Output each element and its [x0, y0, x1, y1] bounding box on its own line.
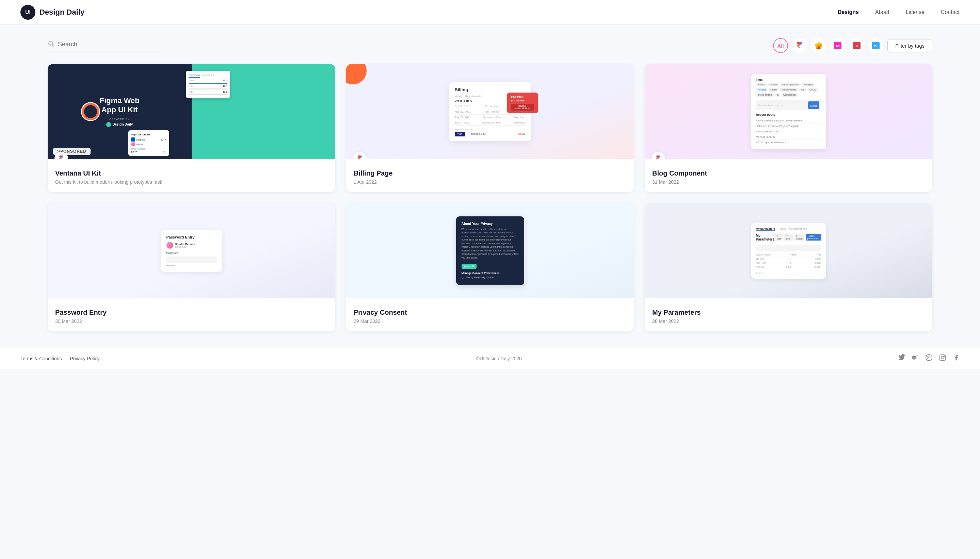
nav-license[interactable]: License: [906, 9, 925, 15]
footer-links: Terms & Conditions Privacy Policy: [20, 356, 100, 361]
footer-copyright: ©UIDesignDaily 2020: [476, 356, 522, 361]
card-privacy-body: Privacy Consent 29 Mar 2022: [346, 298, 634, 331]
card-billing-date: 1 Apr 2022: [354, 179, 626, 185]
filter-all-button[interactable]: All: [773, 38, 788, 53]
card-privacy-image: About Your Privacy We process your data …: [346, 203, 634, 298]
filter-red-button[interactable]: A: [849, 38, 864, 53]
main-nav: Designs About License Contact: [838, 9, 960, 15]
facebook-icon[interactable]: [953, 354, 960, 363]
nav-about[interactable]: About: [875, 9, 889, 15]
card-ventana[interactable]: Figma WebApp UI Kit CREATED BY Design Da…: [48, 64, 335, 192]
filter-figma-button[interactable]: [792, 38, 807, 53]
card-parameters-date: 28 Mar 2022: [652, 318, 925, 324]
footer: Terms & Conditions Privacy Policy ©UIDes…: [0, 348, 980, 369]
card-parameters-body: My Parameters 28 Mar 2022: [645, 298, 932, 331]
card-blog-tool-icon: [652, 152, 665, 159]
svg-point-18: [944, 356, 945, 357]
blog-mockup: Tags access browse canvas platform Hubsp…: [751, 74, 826, 149]
behance-icon[interactable]: [912, 354, 919, 363]
nav-contact[interactable]: Contact: [941, 9, 960, 15]
card-parameters-image: My parameters Public Configurations My P…: [645, 203, 932, 298]
svg-text:A: A: [856, 44, 858, 48]
footer-social: [898, 354, 960, 363]
search-input[interactable]: [58, 41, 163, 48]
card-billing-image: Billing Manage billing information Order…: [346, 64, 634, 159]
password-mockup: Password Entry Sandra Bennett Sarah Bits…: [161, 230, 222, 272]
card-password[interactable]: Password Entry Sandra Bennett Sarah Bits…: [48, 203, 335, 331]
card-ventana-subtitle: Get this kit to build modern-looking pro…: [55, 179, 328, 185]
card-ventana-image: Figma WebApp UI Kit CREATED BY Design Da…: [48, 64, 335, 159]
pw-avatar: [166, 242, 173, 249]
header: UI Design Daily Designs About License Co…: [0, 0, 980, 25]
twitter-icon[interactable]: [898, 354, 905, 363]
filter-tags-button[interactable]: Filter by tags: [887, 39, 932, 52]
svg-text:Xd: Xd: [836, 44, 840, 48]
card-blog-image: Tags access browse canvas platform Hubsp…: [645, 64, 932, 159]
card-billing-tool-icon: [353, 152, 367, 159]
svg-line-1: [53, 45, 54, 46]
card-blog-body: Blog Component 31 Mar 2022: [645, 159, 932, 192]
card-password-image: Password Entry Sandra Bennett Sarah Bits…: [48, 203, 335, 298]
svg-text:Ps: Ps: [874, 45, 877, 48]
card-privacy[interactable]: About Your Privacy We process your data …: [346, 203, 634, 331]
card-privacy-date: 29 Mar 2022: [354, 318, 626, 324]
card-password-date: 30 Mar 2022: [55, 318, 328, 324]
filter-xd-button[interactable]: Xd: [830, 38, 845, 53]
card-ventana-body: Ventana UI Kit Get this kit to build mod…: [48, 159, 335, 192]
card-billing-body: Billing Page 1 Apr 2022: [346, 159, 634, 192]
search-icon: [48, 40, 55, 49]
card-password-body: Password Entry 30 Mar 2022: [48, 298, 335, 331]
footer-terms-link[interactable]: Terms & Conditions: [20, 356, 61, 361]
orange-circle-decoration: [346, 64, 367, 84]
card-parameters-title: My Parameters: [652, 309, 925, 316]
logo-text: Design Daily: [40, 8, 84, 17]
cards-grid: Figma WebApp UI Kit CREATED BY Design Da…: [0, 64, 980, 348]
card-parameters[interactable]: My parameters Public Configurations My P…: [645, 203, 932, 331]
logo[interactable]: UI Design Daily: [20, 5, 84, 20]
card-password-title: Password Entry: [55, 309, 328, 316]
nav-designs[interactable]: Designs: [838, 9, 859, 15]
svg-point-17: [941, 356, 944, 359]
filter-bar: All: [0, 25, 980, 64]
filter-sketch-button[interactable]: [811, 38, 826, 53]
card-billing-title: Billing Page: [354, 169, 626, 177]
card-billing[interactable]: Billing Manage billing information Order…: [346, 64, 634, 192]
privacy-mockup: About Your Privacy We process your data …: [456, 217, 524, 286]
card-ventana-title: Ventana UI Kit: [55, 169, 328, 177]
dribbble-icon[interactable]: [925, 354, 932, 363]
billing-mockup: Billing Manage billing information Order…: [449, 82, 531, 141]
card-blog-date: 31 Mar 2022: [652, 179, 925, 185]
card-blog-title: Blog Component: [652, 169, 925, 177]
params-mockup: My parameters Public Configurations My P…: [751, 223, 826, 279]
footer-privacy-link[interactable]: Privacy Policy: [70, 356, 99, 361]
search-container: [48, 40, 163, 51]
card-privacy-title: Privacy Consent: [354, 309, 626, 316]
filter-right: All: [773, 38, 932, 53]
card-blog[interactable]: Tags access browse canvas platform Hubsp…: [645, 64, 932, 192]
filter-ps-button[interactable]: Ps: [868, 38, 883, 53]
instagram-icon[interactable]: [939, 354, 946, 363]
logo-icon: UI: [20, 5, 35, 20]
